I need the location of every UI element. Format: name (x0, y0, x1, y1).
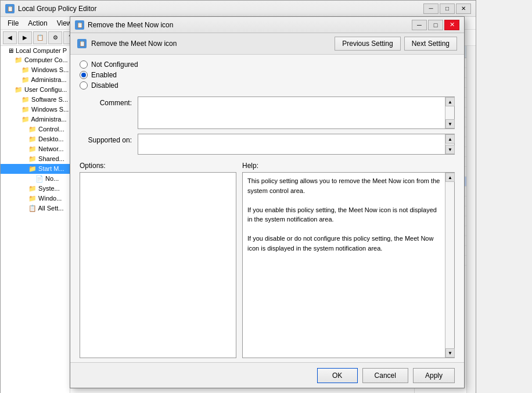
comment-row: Comment: ▲ ▼ (80, 97, 455, 129)
modal-title: Remove the Meet Now icon (88, 21, 408, 29)
sections-row: Options: Help: This policy setting allow… (80, 162, 455, 358)
radio-not-configured-label: Not Configured (91, 60, 138, 69)
doc-icon: 📄 (35, 175, 44, 182)
modal-maximize-button[interactable]: □ (428, 20, 443, 30)
folder-icon: 📁 (28, 195, 37, 202)
modal-titlebar: 📋 Remove the Meet Now icon ─ □ ✕ (70, 17, 464, 33)
radio-not-configured[interactable]: Not Configured (80, 60, 455, 69)
folder-icon: 📁 (28, 155, 37, 162)
help-section: Help: This policy setting allows you to … (242, 162, 455, 358)
folder-icon: 📁 (21, 66, 30, 73)
help-scrollbar-up[interactable]: ▲ (445, 173, 455, 182)
folder-icon: 📁 (15, 86, 23, 93)
cancel-button[interactable]: Cancel (362, 368, 408, 383)
sidebar-item-network[interactable]: 📁 Networ... (1, 144, 70, 154)
folder-icon: 📁 (28, 185, 37, 192)
sidebar-item-desktop[interactable]: 📁 Deskto... (1, 134, 70, 144)
radio-enabled[interactable]: Enabled (80, 71, 455, 79)
modal-minimize-button[interactable]: ─ (412, 20, 427, 30)
help-scrollbar-down[interactable]: ▼ (445, 348, 455, 358)
sidebar-item-admin-templates-1[interactable]: 📁 Administra... (1, 75, 70, 85)
modal-icon: 📋 (75, 20, 84, 30)
sidebar-item-admin-templates-2[interactable]: 📁 Administra... (1, 115, 70, 124)
folder-icon: 📁 (21, 116, 30, 123)
ok-button[interactable]: OK (317, 368, 358, 383)
supported-input[interactable] (138, 134, 445, 154)
comment-label: Comment: (80, 97, 132, 107)
modal-footer: OK Cancel Apply (70, 362, 464, 388)
sidebar-item-computer-config[interactable]: 📁 Computer Co... (1, 55, 70, 65)
forward-button[interactable]: ▶ (18, 31, 32, 44)
sidebar-item-user-config[interactable]: 📁 User Configu... (1, 85, 70, 95)
supported-label: Supported on: (80, 134, 132, 144)
sidebar-item-notifications[interactable]: 📄 No... (1, 174, 70, 184)
supported-scrollbar[interactable]: ▲ ▼ (445, 134, 454, 154)
comment-input[interactable] (138, 97, 445, 128)
radio-disabled-label: Disabled (91, 81, 118, 90)
sidebar-item-windows[interactable]: 📁 Windo... (1, 194, 70, 203)
title-buttons: ─ □ ✕ (423, 3, 471, 14)
sidebar-item-control[interactable]: 📁 Control... (1, 124, 70, 134)
sidebar-item-windows-settings-2[interactable]: 📁 Windows S... (1, 105, 70, 115)
menu-file[interactable]: File (3, 18, 23, 28)
sidebar-item-system[interactable]: 📁 Syste... (1, 184, 70, 194)
help-paragraph-3: If you disable or do not configure this … (247, 234, 440, 253)
folder-icon: 📁 (21, 76, 30, 83)
options-box (80, 172, 236, 358)
scrollbar-up-2[interactable]: ▲ (445, 134, 455, 144)
folder-icon: 📁 (28, 126, 37, 133)
nav-buttons: Previous Setting Next Setting (335, 37, 457, 51)
folder-icon: 📁 (21, 96, 30, 103)
help-box: This policy setting allows you to remove… (242, 172, 455, 358)
menu-action[interactable]: Action (23, 18, 52, 28)
modal-header: 📋 Remove the Meet Now icon Previous Sett… (70, 33, 464, 55)
sidebar-item-all-settings[interactable]: 📋 All Sett... (1, 203, 70, 213)
show-hide-button[interactable]: 📋 (33, 31, 47, 44)
help-paragraph-2: If you enable this policy setting, the M… (247, 205, 440, 224)
radio-enabled-circle[interactable] (80, 71, 88, 79)
folder-icon: 📁 (28, 165, 37, 172)
radio-disabled-circle[interactable] (80, 81, 88, 90)
modal-header-title: Remove the Meet Now icon (91, 40, 330, 48)
help-scrollbar-track (445, 182, 454, 348)
sidebar: 🖥 Local Computer P 📁 Computer Co... 📁 Wi… (1, 46, 70, 393)
radio-not-configured-circle[interactable] (80, 60, 88, 69)
modal-body: Not Configured Enabled Disabled Comment:… (70, 55, 464, 364)
scrollbar-up[interactable]: ▲ (445, 97, 455, 106)
modal-close-button[interactable]: ✕ (444, 20, 459, 30)
scrollbar-down[interactable]: ▼ (445, 119, 455, 128)
sidebar-item-windows-settings[interactable]: 📁 Windows S... (1, 65, 70, 75)
help-text: This policy setting allows you to remove… (243, 173, 445, 256)
options-section: Options: (80, 162, 236, 358)
sidebar-item-local-computer[interactable]: 🖥 Local Computer P (1, 46, 70, 55)
scrollbar-track (445, 106, 454, 119)
modal-header-icon: 📋 (77, 39, 87, 48)
next-setting-button[interactable]: Next Setting (404, 37, 457, 51)
radio-enabled-label: Enabled (91, 71, 117, 79)
supported-row: Supported on: ▲ ▼ (80, 134, 455, 155)
sidebar-item-shared[interactable]: 📁 Shared... (1, 154, 70, 164)
close-button[interactable]: ✕ (456, 3, 471, 14)
radio-disabled[interactable]: Disabled (80, 81, 455, 90)
sidebar-item-software[interactable]: 📁 Software S... (1, 95, 70, 105)
modal-title-buttons: ─ □ ✕ (412, 20, 459, 30)
comment-scrollbar[interactable]: ▲ ▼ (445, 97, 454, 128)
settings-dialog: 📋 Remove the Meet Now icon ─ □ ✕ 📋 Remov… (70, 16, 465, 388)
help-scrollbar[interactable]: ▲ ▼ (445, 173, 454, 358)
properties-button[interactable]: ⚙ (48, 31, 62, 44)
sidebar-item-start-menu[interactable]: 📁 Start M... (1, 164, 70, 174)
main-scrollbar[interactable] (466, 46, 476, 393)
back-button[interactable]: ◀ (3, 31, 17, 44)
maximize-button[interactable]: □ (440, 3, 455, 14)
scrollbar-down-2[interactable]: ▼ (445, 145, 455, 154)
previous-setting-button[interactable]: Previous Setting (335, 37, 400, 51)
minimize-button[interactable]: ─ (423, 3, 438, 14)
options-label: Options: (80, 162, 236, 170)
comment-textarea-container: ▲ ▼ (138, 97, 455, 129)
app-title: Local Group Policy Editor (18, 5, 420, 13)
apply-button[interactable]: Apply (413, 368, 455, 383)
supported-textarea-container: ▲ ▼ (138, 134, 455, 155)
app-icon: 📋 (5, 4, 15, 13)
folder-icon: 📁 (28, 135, 37, 142)
settings-icon: 📋 (28, 205, 37, 212)
